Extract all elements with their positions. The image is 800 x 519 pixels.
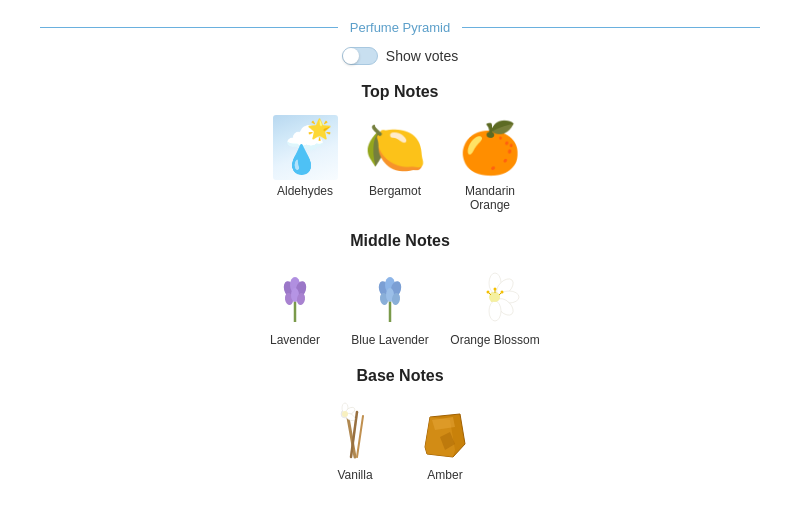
bergamot-label: Bergamot bbox=[369, 184, 421, 198]
aldehydes-label: Aldehydes bbox=[277, 184, 333, 198]
note-mandarin-orange: 🍊 Mandarin Orange bbox=[445, 115, 535, 212]
middle-notes-section: Middle Notes bbox=[0, 232, 800, 347]
show-votes-toggle[interactable] bbox=[342, 47, 378, 65]
show-votes-row: Show votes bbox=[0, 47, 800, 65]
toggle-knob bbox=[343, 48, 359, 64]
lavender-label: Lavender bbox=[270, 333, 320, 347]
page-container: Perfume Pyramid Show votes Top Notes ☁️ … bbox=[0, 0, 800, 512]
note-orange-blossom: Orange Blossom bbox=[445, 264, 545, 347]
title-bar: Perfume Pyramid bbox=[40, 20, 760, 35]
middle-notes-heading: Middle Notes bbox=[0, 232, 800, 250]
lavender-image bbox=[263, 264, 328, 329]
mandarin-orange-label: Mandarin Orange bbox=[445, 184, 535, 212]
base-notes-section: Base Notes bbox=[0, 367, 800, 482]
show-votes-label: Show votes bbox=[386, 48, 458, 64]
aldehydes-image: ☁️ 🌟 💧 bbox=[273, 115, 338, 180]
title-line-left bbox=[40, 27, 338, 28]
blue-lavender-label: Blue Lavender bbox=[351, 333, 428, 347]
amber-label: Amber bbox=[427, 468, 462, 482]
vanilla-label: Vanilla bbox=[337, 468, 372, 482]
amber-image bbox=[413, 399, 478, 464]
middle-notes-items: Lavender bbox=[0, 264, 800, 347]
note-bergamot: 🍋 Bergamot bbox=[355, 115, 435, 212]
svg-point-34 bbox=[342, 411, 348, 417]
orange-blossom-image bbox=[463, 264, 528, 329]
svg-point-26 bbox=[501, 290, 504, 293]
blue-lavender-image bbox=[358, 264, 423, 329]
mandarin-orange-image: 🍊 bbox=[458, 115, 523, 180]
vanilla-svg bbox=[325, 402, 385, 462]
base-notes-items: Vanilla Amber bbox=[0, 399, 800, 482]
svg-line-29 bbox=[357, 416, 363, 457]
svg-point-25 bbox=[487, 290, 490, 293]
bergamot-image: 🍋 bbox=[363, 115, 428, 180]
note-lavender: Lavender bbox=[255, 264, 335, 347]
vanilla-image bbox=[323, 399, 388, 464]
top-notes-section: Top Notes ☁️ 🌟 💧 Aldehydes 🍋 Bergamot bbox=[0, 83, 800, 212]
base-notes-heading: Base Notes bbox=[0, 367, 800, 385]
orange-blossom-svg bbox=[465, 267, 525, 327]
orange-blossom-label: Orange Blossom bbox=[450, 333, 539, 347]
title-line-right bbox=[462, 27, 760, 28]
lavender-svg bbox=[265, 267, 325, 327]
note-vanilla: Vanilla bbox=[315, 399, 395, 482]
svg-point-24 bbox=[494, 287, 497, 290]
amber-svg bbox=[415, 402, 475, 462]
svg-point-19 bbox=[489, 301, 501, 321]
note-blue-lavender: Blue Lavender bbox=[345, 264, 435, 347]
page-title: Perfume Pyramid bbox=[338, 20, 462, 35]
blue-lavender-svg bbox=[360, 267, 420, 327]
top-notes-items: ☁️ 🌟 💧 Aldehydes 🍋 Bergamot 🍊 Mandarin O… bbox=[0, 115, 800, 212]
svg-point-20 bbox=[490, 292, 500, 302]
note-aldehydes: ☁️ 🌟 💧 Aldehydes bbox=[265, 115, 345, 212]
note-amber: Amber bbox=[405, 399, 485, 482]
top-notes-heading: Top Notes bbox=[0, 83, 800, 101]
